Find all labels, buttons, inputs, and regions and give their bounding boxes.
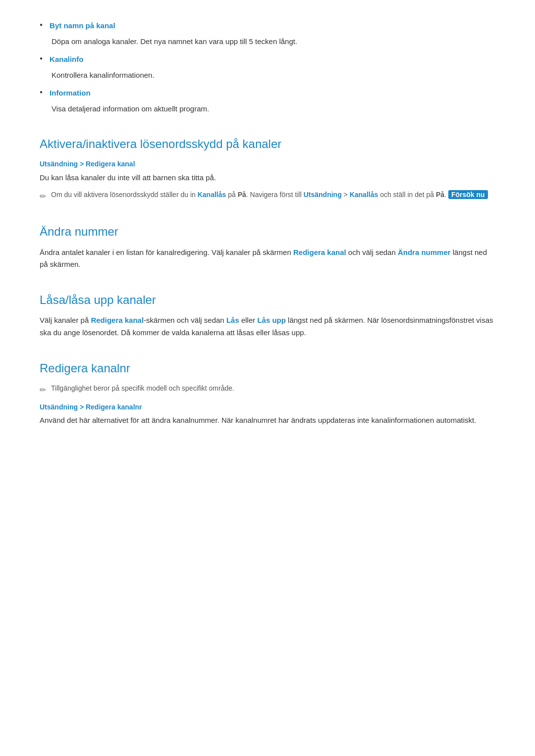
section1-note-text: Om du vill aktivera lösenordsskydd ställ… <box>51 189 488 200</box>
bullet-dot-1: ● <box>40 21 43 29</box>
section2-link-andra[interactable]: Ändra nummer <box>398 248 451 256</box>
bullet-desc-3: Visa detaljerad information om aktuellt … <box>40 103 495 115</box>
note-text-navigera: . Navigera först till <box>246 191 304 199</box>
bullet-content-2: Kanalinfo <box>50 53 495 65</box>
pencil-icon-2: ✏ <box>40 384 46 397</box>
section3-body-start: Välj kanaler på <box>40 316 91 324</box>
section-redigera-kanalnr: Redigera kanalnr ✏ Tillgänglighet beror … <box>40 359 495 427</box>
note-link-kanallas2[interactable]: Kanallås <box>350 191 378 199</box>
section3-body-mid2: eller <box>239 316 258 324</box>
section3-title: Låsa/låsa upp kanaler <box>40 291 495 309</box>
section-andra-nummer: Ändra nummer Ändra antalet kanaler i en … <box>40 222 495 271</box>
bullet-item-byt-namn: ● Byt namn på kanal <box>40 20 495 32</box>
note-pa2: På <box>436 191 444 199</box>
section4-body: Använd det här alternativet för att ändr… <box>40 414 495 427</box>
section1-note-row: ✏ Om du vill aktivera lösenordsskydd stä… <box>40 189 495 203</box>
bullet-item-information: ● Information <box>40 87 495 99</box>
link-information[interactable]: Information <box>50 89 91 97</box>
section1-title: Aktivera/inaktivera lösenordsskydd på ka… <box>40 135 495 153</box>
pencil-icon-1: ✏ <box>40 190 46 203</box>
section2-title: Ändra nummer <box>40 222 495 241</box>
section4-note-row: ✏ Tillgänglighet beror på specifik model… <box>40 383 495 397</box>
section1-body: Du kan låsa kanaler du inte vill att bar… <box>40 172 495 184</box>
section4-breadcrumb[interactable]: Utsändning > Redigera kanalnr <box>40 402 495 412</box>
section3-body: Välj kanaler på Redigera kanal-skärmen o… <box>40 314 495 339</box>
bullet-content-1: Byt namn på kanal <box>50 20 495 32</box>
section2-body-mid: och välj sedan <box>346 248 398 256</box>
note-pa-val: På <box>238 191 246 199</box>
section2-body-start: Ändra antalet kanaler i en listan för ka… <box>40 248 293 256</box>
section2-body: Ändra antalet kanaler i en listan för ka… <box>40 247 495 271</box>
note-arrow: > <box>342 191 350 199</box>
section3-link-las-upp[interactable]: Lås upp <box>257 316 286 324</box>
section4-note-text: Tillgänglighet beror på specifik modell … <box>51 383 234 394</box>
section1-breadcrumb[interactable]: Utsändning > Redigera kanal <box>40 158 495 169</box>
bullet-dot-3: ● <box>40 88 43 96</box>
link-kanalinfo[interactable]: Kanalinfo <box>50 55 83 63</box>
section-lasa-kanaler: Låsa/låsa upp kanaler Välj kanaler på Re… <box>40 291 495 339</box>
section4-title: Redigera kanalnr <box>40 359 495 378</box>
top-bullets-section: ● Byt namn på kanal Döpa om analoga kana… <box>40 20 495 115</box>
note-link-utsandning[interactable]: Utsändning <box>304 191 342 199</box>
bullet-desc-1: Döpa om analoga kanaler. Det nya namnet … <box>40 36 495 48</box>
bullet-item-kanalinfo: ● Kanalinfo <box>40 53 495 65</box>
forsok-nu-badge[interactable]: Försök nu <box>448 190 488 199</box>
bullet-content-3: Information <box>50 87 495 99</box>
section3-body-mid1: -skärmen och välj sedan <box>144 316 226 324</box>
section3-link-las[interactable]: Lås <box>226 316 239 324</box>
bullet-desc-2: Kontrollera kanalinformationen. <box>40 69 495 81</box>
bullet-dot-2: ● <box>40 54 43 62</box>
section2-link-redigera[interactable]: Redigera kanal <box>293 248 346 256</box>
note-text-start: Om du vill aktivera lösenordsskydd ställ… <box>51 191 198 199</box>
note-och: och ställ in det på <box>378 191 436 199</box>
section-activate-password: Aktivera/inaktivera lösenordsskydd på ka… <box>40 135 495 202</box>
note-text-pa: på <box>226 191 237 199</box>
link-byt-namn[interactable]: Byt namn på kanal <box>50 21 115 30</box>
section3-link-redigera[interactable]: Redigera kanal <box>91 316 144 324</box>
note-link-kanallas[interactable]: Kanallås <box>198 191 226 199</box>
